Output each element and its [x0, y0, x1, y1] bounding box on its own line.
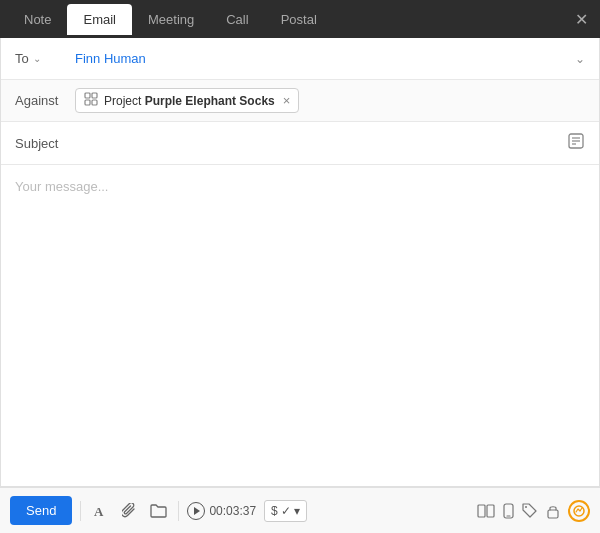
against-tag-text: Project Purple Elephant Socks [104, 94, 275, 108]
lock-icon[interactable] [546, 503, 560, 519]
svg-rect-0 [85, 93, 90, 98]
svg-point-13 [525, 506, 527, 508]
font-icon[interactable]: A [89, 500, 111, 522]
tab-meeting[interactable]: Meeting [132, 4, 210, 35]
currency-dropdown[interactable]: $ ✓ ▾ [264, 500, 307, 522]
svg-rect-14 [548, 510, 558, 518]
divider-2 [178, 501, 179, 521]
message-placeholder: Your message... [15, 179, 108, 194]
tag-icon[interactable] [522, 503, 538, 519]
against-row: Against Project Purple Elephant Socks × [1, 80, 599, 122]
to-label[interactable]: To ⌄ [15, 51, 75, 66]
against-tag-close-icon[interactable]: × [283, 93, 291, 108]
svg-rect-2 [85, 100, 90, 105]
against-label: Against [15, 93, 75, 108]
svg-point-15 [574, 506, 584, 516]
timer-area: 00:03:37 [187, 502, 256, 520]
to-chevron-icon[interactable]: ⌄ [33, 53, 41, 64]
timer-value: 00:03:37 [209, 504, 256, 518]
tab-email[interactable]: Email [67, 4, 132, 35]
tab-call[interactable]: Call [210, 4, 264, 35]
message-area[interactable]: Your message... [1, 165, 599, 486]
send-button[interactable]: Send [10, 496, 72, 525]
activity-badge[interactable] [568, 500, 590, 522]
to-value: Finn Human [75, 51, 575, 66]
svg-rect-10 [487, 505, 494, 517]
subject-label: Subject [15, 136, 567, 151]
tab-bar: Note Email Meeting Call Postal ✕ [0, 0, 600, 38]
close-icon[interactable]: ✕ [571, 10, 592, 29]
form-area: To ⌄ Finn Human ⌄ Against Project Purple… [0, 38, 600, 487]
tab-note[interactable]: Note [8, 4, 67, 35]
project-icon [84, 92, 98, 109]
against-tag: Project Purple Elephant Socks × [75, 88, 299, 113]
mobile-icon[interactable] [503, 503, 514, 519]
columns-icon[interactable] [477, 504, 495, 518]
expand-icon[interactable]: ⌄ [575, 52, 585, 66]
template-icon[interactable] [567, 132, 585, 154]
svg-rect-1 [92, 93, 97, 98]
bottom-toolbar: Send A 00:03:37 $ ✓ ▾ [0, 487, 600, 533]
folder-icon[interactable] [147, 501, 170, 521]
svg-rect-3 [92, 100, 97, 105]
divider-1 [80, 501, 81, 521]
subject-row: Subject [1, 122, 599, 165]
attachment-icon[interactable] [119, 500, 139, 522]
toolbar-right [477, 500, 590, 522]
svg-text:A: A [94, 504, 104, 519]
timer-play-button[interactable] [187, 502, 205, 520]
tab-postal[interactable]: Postal [265, 4, 333, 35]
svg-rect-9 [478, 505, 485, 517]
to-row: To ⌄ Finn Human ⌄ [1, 38, 599, 80]
